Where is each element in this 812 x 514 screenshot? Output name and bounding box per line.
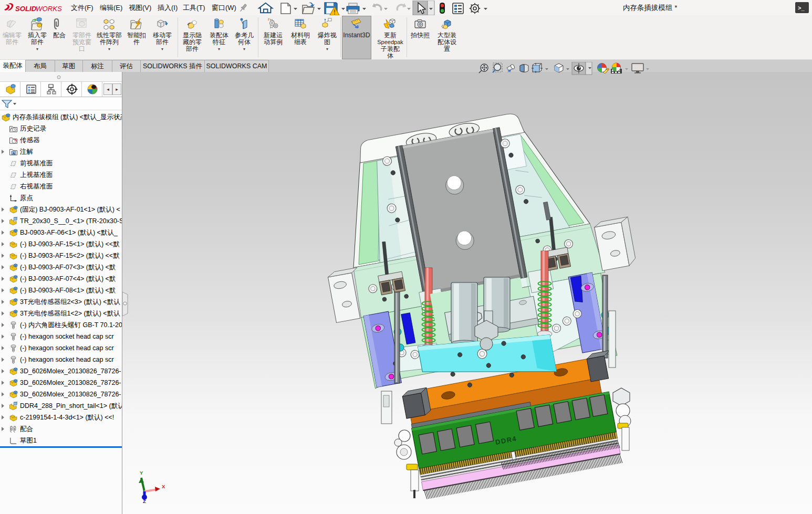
svg-text:Z: Z: [143, 498, 146, 504]
svg-text:Y: Y: [140, 470, 143, 476]
svg-text:A: A: [12, 151, 15, 155]
svg-text:>_: >_: [798, 5, 805, 11]
svg-text:X: X: [162, 484, 165, 489]
